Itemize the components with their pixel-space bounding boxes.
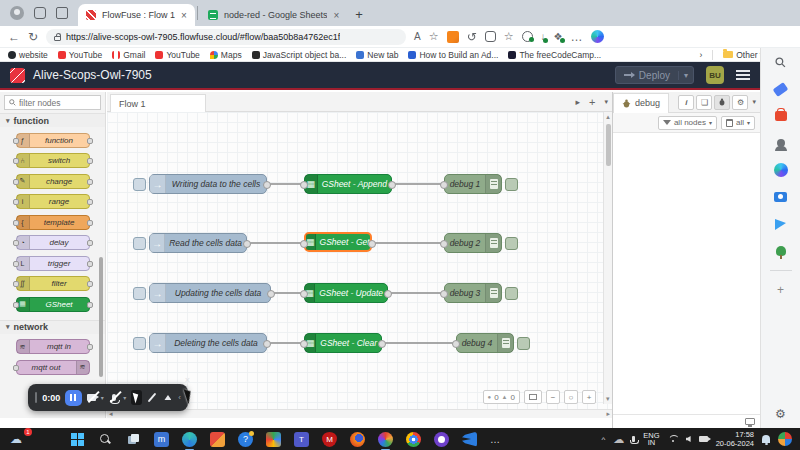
mcafee-app-icon[interactable]: M <box>322 432 337 447</box>
meet-app-icon[interactable] <box>266 432 281 447</box>
gsheet-clear-node[interactable]: ▦ GSheet - Clear <box>304 333 382 353</box>
collapse-toolbar-icon[interactable]: ‹ <box>178 393 181 402</box>
sidebar-settings-icon[interactable]: ⚙ <box>773 406 789 422</box>
debug-toggle-button[interactable] <box>517 337 530 350</box>
copilot-icon[interactable] <box>591 30 604 43</box>
chrome-app-icon[interactable] <box>406 432 421 447</box>
palette-node-switch[interactable]: ⑃switch <box>16 153 90 168</box>
deploy-caret-icon[interactable]: ▾ <box>678 71 693 80</box>
flow-issues-badge[interactable]: ● 0 ▲ 0 <box>483 390 520 404</box>
input-port[interactable] <box>440 240 448 248</box>
output-port[interactable] <box>384 290 392 298</box>
weather-widget[interactable]: ☁ 1 <box>10 432 22 446</box>
debug-clear-button[interactable]: all ▾ <box>721 116 755 130</box>
tab-close-icon[interactable]: × <box>181 10 187 21</box>
palette-node-delay[interactable]: ◔delay <box>16 235 90 250</box>
tray-mic-icon[interactable] <box>632 436 635 442</box>
pen-tool-button[interactable] <box>147 390 158 405</box>
metamask-extension-icon[interactable] <box>447 31 459 43</box>
clock[interactable]: 17:5820-06-2024 <box>716 430 754 448</box>
input-port[interactable] <box>300 290 308 298</box>
start-button[interactable] <box>70 432 85 447</box>
flow-list-icon[interactable]: ▸ <box>576 97 581 107</box>
output-port[interactable] <box>243 240 251 248</box>
palette-node-change[interactable]: ✎change <box>16 174 90 189</box>
wifi-icon[interactable] <box>668 435 678 443</box>
output-port[interactable] <box>263 181 271 189</box>
cursor-tool-button[interactable] <box>131 390 142 405</box>
gsheet-append-node[interactable]: ▦ GSheet - Append <box>304 174 392 194</box>
scroll-left-icon[interactable]: ◂ <box>109 410 113 418</box>
output-port[interactable] <box>368 240 376 248</box>
browser-profile-icon[interactable] <box>10 6 24 20</box>
edge-app-icon[interactable] <box>182 432 197 447</box>
pause-button[interactable] <box>65 390 81 406</box>
sidebar-send-icon[interactable] <box>773 216 789 232</box>
back-icon[interactable]: ← <box>8 30 20 44</box>
inject-node[interactable]: → Deleting the cells data <box>149 333 267 353</box>
input-port[interactable] <box>452 340 460 348</box>
close-toolbar-icon[interactable]: × <box>185 375 190 385</box>
inject-button[interactable] <box>133 178 146 191</box>
get-help-app-icon[interactable]: ? <box>238 432 253 447</box>
tab-flowfuse[interactable]: FlowFuse : Flow 1 × <box>78 4 195 26</box>
split-screen-icon[interactable] <box>485 31 496 42</box>
sidebar-copilot-icon[interactable] <box>773 162 789 178</box>
palette-node-filter[interactable]: ∬filter <box>16 276 90 291</box>
task-view-icon[interactable] <box>126 432 141 447</box>
eraser-tool-button[interactable] <box>163 390 174 405</box>
teams-app-icon[interactable]: T <box>294 432 309 447</box>
downloads-icon[interactable]: ↓ <box>541 31 546 42</box>
palette-node-mqtt-out[interactable]: mqtt out≋ <box>16 360 90 375</box>
mail-app-icon[interactable]: m <box>154 432 169 447</box>
flow-menu-caret-icon[interactable]: ▾ <box>604 98 608 106</box>
taskbar-more-icon[interactable]: … <box>490 434 500 445</box>
scroll-right-icon[interactable]: ▸ <box>606 410 610 418</box>
mic-caret-icon[interactable]: ▾ <box>123 394 126 401</box>
debug-node[interactable]: debug 1 <box>444 174 502 194</box>
bookmark-website[interactable]: website <box>8 50 48 60</box>
info-tab-icon[interactable]: i <box>678 95 694 110</box>
inject-node[interactable]: → Updating the cells data <box>149 283 271 303</box>
tray-expand-icon[interactable]: ^ <box>602 435 606 444</box>
palette-node-gsheet[interactable]: ▦GSheet <box>16 297 90 312</box>
browser-essentials-icon[interactable]: ↻ <box>467 30 477 44</box>
bookmark-freecodecamp[interactable]: The freeCodeCamp... <box>508 50 601 60</box>
drag-handle[interactable] <box>35 392 37 403</box>
debug-toggle-button[interactable] <box>505 178 518 191</box>
camera-caret-icon[interactable]: ▾ <box>101 394 104 401</box>
sidebar-tree-icon[interactable] <box>773 243 789 259</box>
address-bar[interactable]: https://alive-scops-owl-7905.flowfuse.cl… <box>46 29 406 45</box>
config-nodes-icon[interactable]: ⚙ <box>732 95 748 110</box>
debug-node[interactable]: debug 2 <box>444 233 502 253</box>
scroll-down-icon[interactable]: ▾ <box>606 395 610 403</box>
gsheet-update-node[interactable]: ▦ GSheet - Update <box>304 283 388 303</box>
sidebar-menu-caret-icon[interactable]: ▾ <box>750 98 756 106</box>
store-app-icon[interactable] <box>210 432 225 447</box>
debug-tab-icon[interactable] <box>714 95 730 110</box>
inject-node[interactable]: → Read the cells data <box>149 233 247 253</box>
bookmark-youtube[interactable]: YouTube <box>58 50 102 60</box>
input-port[interactable] <box>300 240 308 248</box>
output-port[interactable] <box>388 181 396 189</box>
inject-button[interactable] <box>133 237 146 250</box>
sidebar-shopping-icon[interactable] <box>773 108 789 124</box>
inject-button[interactable] <box>133 337 146 350</box>
sidebar-add-icon[interactable]: + <box>773 282 789 298</box>
tab-close-icon[interactable]: × <box>333 10 339 21</box>
debug-toggle-button[interactable] <box>505 237 518 250</box>
flow-tab[interactable]: Flow 1 <box>110 94 206 112</box>
bookmark-new-tab[interactable]: New tab <box>356 50 398 60</box>
volume-icon[interactable] <box>686 436 691 442</box>
scrollbar-thumb[interactable] <box>606 124 611 166</box>
zoom-out-button[interactable]: − <box>546 390 560 404</box>
debug-node[interactable]: debug 4 <box>456 333 514 353</box>
palette-category-function[interactable]: ▾ function <box>0 113 105 127</box>
github-app-icon[interactable] <box>434 432 449 447</box>
open-debug-window-icon[interactable] <box>745 418 755 425</box>
camera-off-icon[interactable] <box>87 391 96 404</box>
palette-category-network[interactable]: ▾ network <box>0 320 105 334</box>
input-port[interactable] <box>440 181 448 189</box>
bookmark-youtube-2[interactable]: YouTube <box>155 50 199 60</box>
navigator-button[interactable] <box>524 390 542 404</box>
